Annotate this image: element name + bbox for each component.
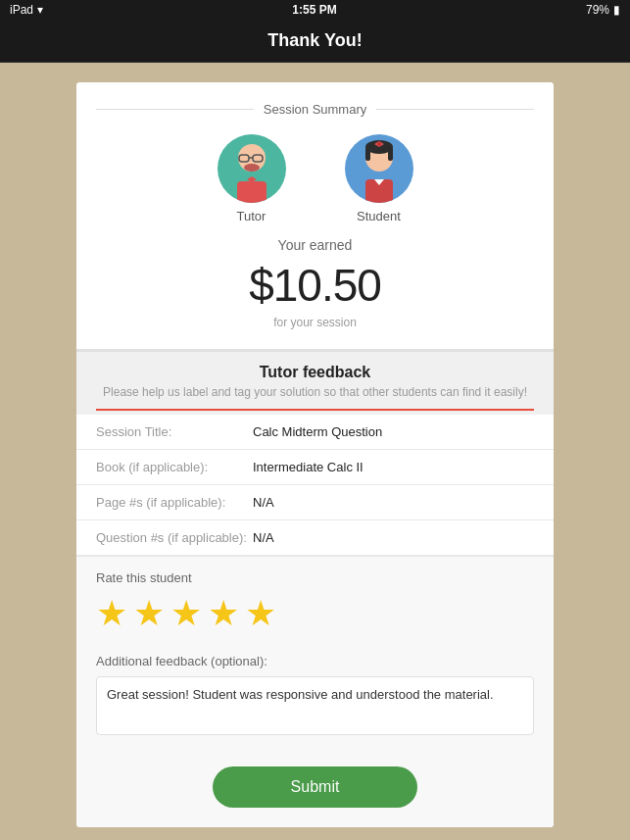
session-title-label: Session Title: (96, 424, 253, 439)
main-card: Session Summary (76, 82, 554, 827)
earned-sublabel: for your session (96, 316, 534, 329)
tutor-label: Tutor (237, 209, 267, 223)
star-4[interactable]: ★ (208, 593, 239, 634)
student-avatar (345, 134, 413, 203)
question-label: Question #s (if applicable): (96, 530, 253, 545)
form-section: Session Title: Calc Midterm Question Boo… (76, 415, 554, 556)
page-field[interactable]: Page #s (if applicable): N/A (76, 485, 554, 520)
star-5[interactable]: ★ (245, 593, 276, 634)
earned-label: Your earned (96, 237, 534, 253)
nav-title: Thank You! (267, 30, 362, 51)
question-field[interactable]: Question #s (if applicable): N/A (76, 520, 554, 556)
tutor-avatar (218, 134, 286, 203)
feedback-section: Tutor feedback Please help us label and … (76, 349, 554, 827)
svg-rect-9 (365, 147, 370, 161)
status-left: iPad ▾ (10, 3, 43, 17)
feedback-textarea[interactable]: Great session! Student was responsive an… (96, 676, 534, 735)
section-divider: Session Summary (96, 102, 534, 117)
battery-icon: ▮ (613, 3, 620, 17)
book-field[interactable]: Book (if applicable): Intermediate Calc … (76, 450, 554, 485)
submit-section: Submit (76, 753, 554, 827)
tutor-avatar-item: Tutor (218, 134, 286, 223)
tutor-icon (218, 134, 286, 203)
svg-point-13 (377, 142, 381, 146)
session-summary: Session Summary (76, 82, 554, 349)
session-title-field[interactable]: Session Title: Calc Midterm Question (76, 415, 554, 450)
earned-amount: $10.50 (96, 259, 534, 312)
feedback-header: Tutor feedback Please help us label and … (76, 352, 554, 415)
status-time: 1:55 PM (292, 3, 336, 17)
battery-label: 79% (586, 3, 609, 17)
book-value: Intermediate Calc II (253, 460, 363, 474)
star-1[interactable]: ★ (96, 593, 127, 634)
additional-feedback-section: Additional feedback (optional): Great se… (76, 644, 554, 753)
rating-section: Rate this student ★ ★ ★ ★ ★ (76, 556, 554, 644)
session-title-value: Calc Midterm Question (253, 424, 382, 439)
student-avatar-item: Student (345, 134, 413, 223)
status-bar: iPad ▾ 1:55 PM 79% ▮ (0, 0, 630, 20)
svg-rect-6 (237, 181, 267, 203)
additional-label: Additional feedback (optional): (96, 654, 534, 668)
svg-point-4 (244, 164, 260, 172)
student-icon (345, 134, 413, 203)
svg-rect-10 (388, 147, 393, 161)
star-3[interactable]: ★ (170, 593, 202, 634)
feedback-title: Tutor feedback (96, 364, 534, 381)
wifi-icon: ▾ (37, 3, 43, 17)
status-right: 79% ▮ (586, 3, 620, 17)
nav-bar: Thank You! (0, 20, 630, 63)
book-label: Book (if applicable): (96, 460, 253, 474)
avatars-row: Tutor (96, 134, 534, 223)
section-divider-label: Session Summary (264, 102, 366, 117)
page-label: Page #s (if applicable): (96, 495, 253, 510)
device-label: iPad (10, 3, 33, 17)
feedback-subtitle: Please help us label and tag your soluti… (96, 385, 534, 411)
star-2[interactable]: ★ (133, 593, 165, 634)
stars-row[interactable]: ★ ★ ★ ★ ★ (96, 593, 534, 634)
rating-label: Rate this student (96, 570, 534, 585)
submit-button[interactable]: Submit (213, 766, 418, 808)
question-value: N/A (253, 530, 274, 545)
student-label: Student (357, 209, 401, 223)
page-value: N/A (253, 495, 274, 510)
